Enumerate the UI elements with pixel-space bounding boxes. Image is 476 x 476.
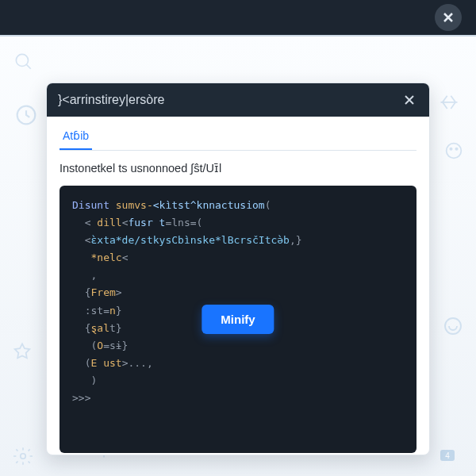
dialog-title: }<arrinstirey|ersòre — [58, 93, 164, 107]
dialog-header: }<arrinstirey|ersòre — [47, 83, 429, 117]
dialog-body: Atɓib Instonetkel ts usnonnoed ∫ŝt/Uɪ̄l … — [47, 117, 429, 455]
dialog-close-button[interactable] — [401, 91, 418, 109]
doodle-icon — [13, 102, 40, 129]
tab-atbib[interactable]: Atɓib — [60, 126, 92, 150]
tab-row: Atɓib — [60, 126, 416, 151]
doodle-icon — [11, 342, 33, 364]
svg-point-5 — [445, 318, 461, 334]
svg-point-6 — [21, 454, 26, 459]
svg-text:4: 4 — [445, 451, 450, 460]
window-close-button[interactable] — [435, 4, 462, 31]
doodle-icon — [441, 314, 465, 338]
svg-point-2 — [447, 144, 462, 159]
minify-button[interactable]: Minify — [202, 305, 274, 334]
code-editor[interactable]: Disunt sumvs-<kìtst^knnactusiom( < dill<… — [60, 186, 416, 453]
doodle-icon — [443, 140, 465, 162]
svg-point-4 — [455, 148, 457, 150]
close-icon — [403, 94, 416, 106]
title-bar — [0, 0, 476, 35]
dialog-panel: }<arrinstirey|ersòre Atɓib Instonetkel t… — [46, 83, 430, 455]
close-icon — [441, 10, 455, 25]
doodle-icon — [13, 446, 33, 466]
svg-point-3 — [450, 148, 451, 150]
doodle-icon — [13, 51, 33, 71]
svg-point-0 — [16, 54, 28, 66]
doodle-icon: 4 — [438, 447, 457, 463]
field-label: Instonetkel ts usnonnoed ∫ŝt/Uɪ̄l — [60, 162, 416, 175]
